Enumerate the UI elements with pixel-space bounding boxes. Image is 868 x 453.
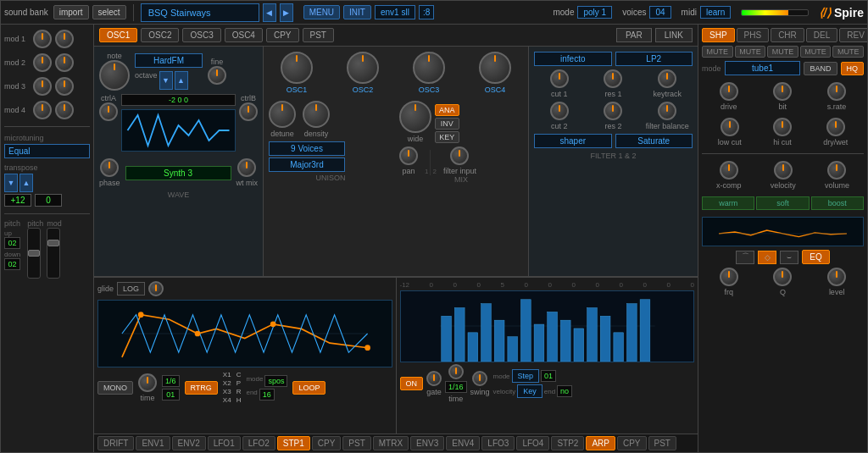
mute3-btn[interactable]: MUTE [767, 46, 798, 58]
mono-button[interactable]: MONO [97, 381, 133, 395]
tab-pst-osc[interactable]: PST [303, 28, 334, 42]
arp-on-button[interactable]: ON [400, 377, 424, 390]
srate-knob[interactable] [827, 82, 846, 101]
wtmix-knob[interactable] [237, 158, 256, 177]
tab-env1[interactable]: ENV1 [136, 436, 170, 450]
arp-oct-display[interactable]: 01 [541, 370, 556, 382]
detune-knob[interactable] [269, 101, 296, 128]
note-display[interactable]: HardFM [135, 53, 203, 68]
tab-lfo2[interactable]: LFO2 [242, 436, 275, 450]
microtuning-select[interactable]: Equal [4, 144, 90, 158]
mod1-knob2[interactable] [55, 30, 74, 48]
arp-swing-knob[interactable] [472, 371, 487, 386]
mode-value[interactable]: poly 1 [577, 6, 612, 19]
eq-level-knob[interactable] [827, 268, 846, 286]
boost-button[interactable]: boost [811, 196, 864, 210]
soft-button[interactable]: soft [756, 196, 809, 210]
time-display[interactable]: 1/6 [162, 375, 180, 387]
ctrlB-knob[interactable] [239, 102, 258, 121]
frq-knob[interactable] [720, 268, 738, 286]
glide-knob[interactable] [148, 281, 164, 296]
mute5-btn[interactable]: MUTE [832, 46, 864, 58]
fx-mode-display[interactable]: tube1 [725, 61, 801, 75]
tab-stp2[interactable]: STP2 [551, 436, 584, 450]
q-knob[interactable] [773, 268, 792, 286]
preset-next-button[interactable]: ▶ [280, 3, 293, 22]
filter1-display[interactable]: infecto [534, 52, 612, 66]
mute1-btn[interactable]: MUTE [702, 46, 733, 58]
tab-env2[interactable]: ENV2 [172, 436, 206, 450]
pitch-slider[interactable] [27, 228, 41, 279]
hicut-knob[interactable] [773, 118, 792, 136]
xcomp-knob[interactable] [720, 161, 738, 180]
end-display[interactable]: 16 [259, 389, 275, 401]
time-knob[interactable] [138, 373, 157, 392]
link-button[interactable]: LINK [655, 28, 693, 42]
cut1-knob[interactable] [550, 69, 569, 88]
transpose-down-btn[interactable]: ▼ [4, 174, 18, 192]
tab-osc2[interactable]: OSC2 [141, 28, 179, 42]
tab-drift[interactable]: DRIFT [97, 436, 134, 450]
fx-tab-rev[interactable]: REV [839, 28, 867, 42]
cut2-knob[interactable] [550, 102, 569, 120]
ctrlA-knob[interactable] [99, 102, 118, 121]
pan-knob[interactable] [399, 146, 418, 165]
rtrg-button[interactable]: RTRG [185, 381, 218, 395]
tab-arp[interactable]: ARP [586, 436, 615, 450]
inv-button[interactable]: INV [435, 118, 459, 130]
mode-display[interactable]: spos [264, 375, 287, 387]
drive-knob[interactable] [720, 82, 738, 101]
eq-notch-btn[interactable]: ⌣ [780, 251, 798, 264]
arp-time-display[interactable]: 1/16 [445, 381, 467, 393]
tab-pst-bottom[interactable]: PST [342, 436, 370, 450]
mute4-btn[interactable]: MUTE [800, 46, 832, 58]
note-knob[interactable] [99, 60, 130, 91]
hq-button[interactable]: HQ [841, 62, 865, 75]
bit-knob[interactable] [773, 82, 792, 101]
keytrack-knob[interactable] [658, 69, 676, 88]
tab-lfo3[interactable]: LFO3 [481, 436, 515, 450]
mod-slider[interactable] [47, 228, 60, 279]
tab-stp1[interactable]: STP1 [277, 436, 310, 450]
osc2-main-knob[interactable] [347, 52, 379, 84]
transpose-up-btn[interactable]: ▲ [19, 174, 33, 192]
tab-cpy-bottom2[interactable]: CPY [617, 436, 647, 450]
density-knob[interactable] [303, 101, 330, 128]
menu-button[interactable]: MENU [303, 5, 340, 19]
import-button[interactable]: import [53, 5, 89, 19]
drywet-knob[interactable] [826, 118, 845, 136]
mod1-knob[interactable] [33, 30, 52, 48]
mod2-knob2[interactable] [55, 53, 74, 72]
midi-value[interactable]: learn [700, 6, 731, 19]
tab-lfo4[interactable]: LFO4 [516, 436, 549, 450]
mod3-knob[interactable] [33, 77, 52, 96]
arp-mode-display[interactable]: Step [512, 369, 540, 383]
key-button[interactable]: KEY [435, 131, 459, 143]
tab-mtrx[interactable]: MTRX [373, 436, 409, 450]
tab-cpy-osc[interactable]: CPY [266, 28, 299, 42]
tab-env4[interactable]: ENV4 [446, 436, 480, 450]
mute2-btn[interactable]: MUTE [735, 46, 766, 58]
eq-peak-btn[interactable]: ◇ [758, 251, 776, 264]
preset-prev-button[interactable]: ◀ [263, 3, 276, 22]
unison-mode-display[interactable]: 9 Voices [269, 141, 345, 156]
fine-knob[interactable] [208, 66, 226, 85]
velocity-knob[interactable] [774, 161, 793, 180]
select-button[interactable]: select [92, 5, 126, 19]
mod2-knob[interactable] [33, 53, 52, 72]
osc4-main-knob[interactable] [479, 52, 511, 84]
arp-gate-knob[interactable] [426, 371, 442, 386]
par-button[interactable]: PAR [616, 28, 652, 42]
start-display[interactable]: 01 [162, 389, 180, 401]
res2-knob[interactable] [604, 102, 622, 120]
mod3-knob2[interactable] [55, 77, 74, 96]
fx-tab-shp[interactable]: SHP [702, 28, 735, 42]
tab-env3[interactable]: ENV3 [410, 436, 444, 450]
saturate-display[interactable]: Saturate [615, 134, 693, 148]
tab-osc4[interactable]: OSC4 [225, 28, 263, 42]
unison-scale-display[interactable]: Major3rd [269, 157, 345, 172]
arp-vel-display[interactable]: Key [517, 384, 542, 398]
filter2-display[interactable]: LP2 [615, 52, 693, 66]
tab-osc1[interactable]: OSC1 [99, 28, 137, 42]
mod4-knob2[interactable] [55, 101, 74, 119]
